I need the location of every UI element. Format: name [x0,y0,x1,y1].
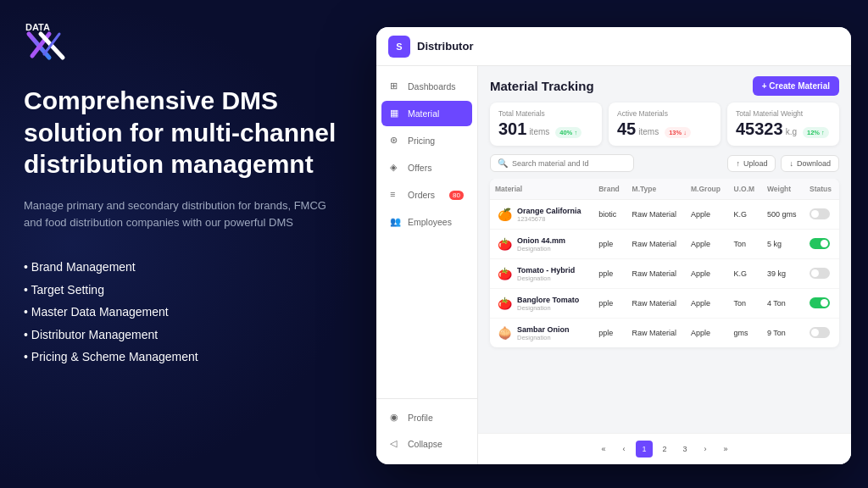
sidebar-item-pricing[interactable]: ⊛ Pricing [381,128,472,153]
cell-weight: 4 Ton [762,289,804,319]
status-toggle[interactable] [810,268,830,279]
sidebar-item-label: Pricing [408,136,435,146]
cell-weight: 9 Ton [762,319,804,348]
sidebar-item-label: Offers [408,163,431,173]
status-toggle[interactable] [810,297,830,308]
table-row: 🍊 Orange California 12345678 biotic Raw … [490,200,839,230]
item-name: Sambar Onion [517,325,570,334]
sidebar-item-employees[interactable]: 👥 Employees [381,209,472,235]
item-name: Orange California [517,207,581,215]
app-header: S Distributor [376,27,851,66]
stat-card-active: Active Materials 45 items 13% ↓ [609,103,721,146]
cell-material: 🧅 Sambar Onion Designation [490,319,593,348]
stat-unit: items [529,127,549,136]
sidebar-item-orders[interactable]: ≡ Orders 80 [381,182,472,208]
col-uom: U.O.M [729,179,762,200]
pagination-page-2[interactable]: 2 [656,441,673,458]
left-content: Comprehensive DMSsolution for multi-chan… [24,85,363,369]
cell-material: 🍅 Tomato - Hybrid Designation [490,259,593,289]
sidebar-item-collapse[interactable]: ◁ Collapse [381,431,472,457]
table-body: 🍊 Orange California 12345678 biotic Raw … [490,200,839,348]
col-weight: Weight [762,179,804,200]
cell-material: 🍅 Banglore Tomato Designation [490,289,593,319]
orders-badge: 80 [449,191,464,200]
sidebar-item-label: Employees [408,217,452,227]
cell-mtype: Raw Material [627,200,686,230]
table-row: 🍅 Tomato - Hybrid Designation pple Raw M… [490,259,839,289]
action-bar: 🔍 ↑ Upload ↓ Download [478,154,851,179]
cell-brand: pple [593,289,626,319]
cell-mgroup: Apple [686,200,729,230]
data-table: Material Brand M.Type M.Group U.O.M Weig… [490,179,839,347]
search-input[interactable] [512,159,622,168]
sidebar-item-label: Profile [408,413,433,423]
pagination-last[interactable]: » [717,441,734,458]
upload-button[interactable]: ↑ Upload [727,155,776,172]
col-brand: Brand [593,179,626,200]
chevron-icon: ◁ [390,438,402,450]
col-mtype: M.Type [627,179,686,200]
cell-weight: 500 gms [762,200,804,230]
stat-badge: 40% ↑ [555,127,581,138]
item-emoji: 🍅 [495,294,514,313]
item-name: Onion 44.mm [517,236,565,245]
cell-mtype: Raw Material [627,230,686,259]
create-material-button[interactable]: + Create Material [753,76,839,96]
pagination-page-1[interactable]: 1 [636,441,653,458]
item-emoji: 🍅 [495,264,514,283]
col-status: Status [804,179,839,200]
pagination-page-3[interactable]: 3 [676,441,693,458]
cell-status[interactable] [804,319,839,348]
item-name: Banglore Tomato [517,296,579,304]
status-toggle[interactable] [810,238,830,249]
col-material: Material [490,179,593,200]
item-emoji: 🧅 [495,324,514,342]
cell-material: 🍅 Onion 44.mm Designation [490,230,593,259]
sidebar-item-material[interactable]: ▦ Material [381,101,472,126]
stat-badge: 13% ↓ [665,127,691,138]
download-label: Download [797,159,831,168]
sidebar-item-profile[interactable]: ◉ Profile [381,405,472,430]
box-icon: ▦ [390,108,402,119]
pagination-prev[interactable]: ‹ [615,441,632,458]
list-icon: ≡ [390,189,402,201]
item-sub: Designation [517,274,575,282]
svg-text:DATA: DATA [25,22,50,32]
stat-value-row: 45 items 13% ↓ [617,119,712,139]
stat-number: 45 [617,119,636,139]
status-toggle[interactable] [810,327,830,338]
stat-card-weight: Total Material Weight 45323 k.g 12% ↑ [727,103,839,146]
list-item: Master Data Management [24,301,363,324]
status-toggle[interactable] [810,208,830,219]
pagination-first[interactable]: « [595,441,612,458]
table-header-row: Material Brand M.Type M.Group U.O.M Weig… [490,179,839,200]
stat-value-row: 45323 k.g 12% ↑ [736,119,831,139]
download-button[interactable]: ↓ Download [781,155,839,172]
logo-area: DATA [24,15,70,61]
sidebar-item-label: Collapse [408,439,442,449]
cell-mtype: Raw Material [627,319,686,348]
search-box[interactable]: 🔍 [490,154,634,172]
main-heading: Comprehensive DMSsolution for multi-chan… [24,85,363,180]
pagination-next[interactable]: › [697,441,714,458]
upload-label: Upload [743,159,768,168]
sidebar-item-offers[interactable]: ◈ Offers [381,155,472,180]
app-window: S Distributor ⊞ Dashboards ▦ Material ⊛ … [376,27,851,464]
cell-status[interactable] [804,230,839,259]
cell-uom: Ton [729,230,762,259]
cell-status[interactable] [804,289,839,319]
stat-unit: items [638,127,659,136]
stat-label: Active Materials [617,109,712,118]
stat-label: Total Materials [498,109,593,118]
sidebar-item-dashboards[interactable]: ⊞ Dashboards [381,74,472,99]
upload-icon: ↑ [736,159,740,168]
cell-mgroup: Apple [686,230,729,259]
cell-status[interactable] [804,200,839,230]
stats-row: Total Materials 301 items 40% ↑ Active M… [478,103,851,154]
cell-brand: pple [593,259,626,289]
cell-status[interactable] [804,259,839,289]
cell-uom: K.G [729,200,762,230]
bullet-list: Brand Management Target Setting Master D… [24,256,363,369]
stat-badge: 12% ↑ [803,127,829,138]
item-sub: 12345678 [517,215,581,223]
